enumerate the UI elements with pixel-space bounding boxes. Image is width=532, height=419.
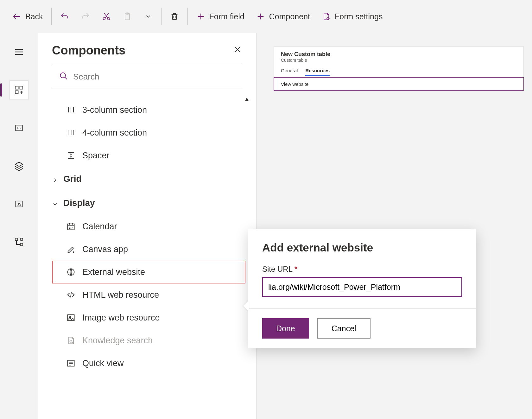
svg-point-0 <box>103 18 105 20</box>
item-label: HTML web resource <box>82 290 159 300</box>
search-input[interactable] <box>73 72 235 82</box>
undo-button[interactable] <box>54 7 75 26</box>
add-external-website-dialog: Add external website Site URL * Done Can… <box>248 229 476 348</box>
canvas-app-icon <box>66 244 76 254</box>
item-label: Knowledge search <box>82 336 153 346</box>
rail-components[interactable] <box>10 80 28 99</box>
tab-resources[interactable]: Resources <box>305 68 330 76</box>
undo-icon <box>60 12 69 21</box>
knowledge-search-icon <box>66 335 76 346</box>
svg-rect-7 <box>15 91 18 94</box>
done-button[interactable]: Done <box>262 318 309 339</box>
component-label: Component <box>269 12 310 21</box>
separator <box>161 8 162 25</box>
preview-field-view-website[interactable]: View website <box>274 77 524 91</box>
form-settings-button[interactable]: Form settings <box>316 7 388 26</box>
rail-layers[interactable] <box>10 156 28 175</box>
form-settings-label: Form settings <box>335 12 383 21</box>
back-label: Back <box>25 12 43 21</box>
redo-button[interactable] <box>75 7 96 26</box>
cut-icon <box>102 12 111 21</box>
item-quick-view[interactable]: Quick view <box>52 352 256 375</box>
chevron-down-icon <box>143 12 153 21</box>
delete-button[interactable] <box>164 7 185 26</box>
add-component-button[interactable]: Component <box>250 7 316 26</box>
group-display[interactable]: Display <box>52 191 256 215</box>
close-icon[interactable] <box>233 44 242 57</box>
site-url-label: Site URL * <box>262 265 462 274</box>
svg-rect-5 <box>15 86 18 89</box>
svg-point-14 <box>20 238 23 241</box>
calendar-icon <box>66 221 76 232</box>
label-text: Site URL <box>262 265 292 273</box>
group-grid[interactable]: Grid <box>52 167 256 191</box>
three-column-icon <box>66 105 76 115</box>
svg-rect-12 <box>15 238 18 241</box>
svg-point-15 <box>60 73 66 78</box>
svg-point-1 <box>107 18 110 20</box>
item-label: External website <box>82 267 145 277</box>
callout-beak <box>243 300 249 312</box>
delete-icon <box>170 12 179 21</box>
svg-text:Abc: Abc <box>16 126 22 130</box>
item-4-column-section[interactable]: 4-column section <box>52 121 256 144</box>
four-column-icon <box>66 128 76 138</box>
redo-icon <box>81 12 90 21</box>
item-calendar[interactable]: Calendar <box>52 215 256 238</box>
hamburger-button[interactable] <box>10 42 28 61</box>
add-form-field-button[interactable]: Form field <box>190 7 250 26</box>
item-label: Spacer <box>82 151 110 161</box>
chevron-right-icon <box>52 175 59 182</box>
top-toolbar: Back Form field <box>0 0 532 33</box>
item-external-website[interactable]: External website <box>52 261 245 283</box>
arrow-left-icon <box>12 12 22 21</box>
left-rail: Abc JS <box>0 33 38 419</box>
item-spacer[interactable]: Spacer <box>52 144 256 167</box>
paste-icon <box>123 12 132 21</box>
preview-subtitle: Custom table <box>281 58 516 63</box>
svg-rect-18 <box>68 315 74 321</box>
panel-title: Components <box>52 44 125 57</box>
search-icon <box>59 72 68 82</box>
component-tree[interactable]: ▴ 3-column section 4-column section Spac… <box>38 95 256 419</box>
search-box[interactable] <box>52 65 242 88</box>
code-icon <box>66 290 76 300</box>
item-canvas-app[interactable]: Canvas app <box>52 238 256 261</box>
svg-rect-6 <box>20 86 22 89</box>
item-3-column-section[interactable]: 3-column section <box>52 98 256 121</box>
item-label: Calendar <box>82 222 117 232</box>
item-html-web-resource[interactable]: HTML web resource <box>52 283 256 306</box>
site-url-input[interactable] <box>262 277 462 297</box>
cut-button[interactable] <box>96 7 117 26</box>
paste-chevron[interactable] <box>138 7 159 26</box>
svg-rect-13 <box>20 243 23 246</box>
scroll-up-arrow[interactable]: ▴ <box>245 95 249 103</box>
rail-tree[interactable] <box>10 232 28 251</box>
plus-icon <box>196 12 206 21</box>
separator <box>187 8 188 25</box>
plus-icon <box>256 12 265 21</box>
separator <box>51 8 52 25</box>
svg-text:JS: JS <box>17 202 22 206</box>
tab-general[interactable]: General <box>281 68 298 76</box>
form-field-label: Form field <box>209 12 244 21</box>
cancel-button[interactable]: Cancel <box>317 318 370 339</box>
back-button[interactable]: Back <box>6 7 49 26</box>
item-label: 4-column section <box>82 128 147 138</box>
spacer-icon <box>66 150 76 161</box>
globe-icon <box>66 267 76 277</box>
item-knowledge-search[interactable]: Knowledge search <box>52 329 256 352</box>
item-label: Canvas app <box>82 244 128 254</box>
group-label: Grid <box>63 174 82 184</box>
rail-js[interactable]: JS <box>10 194 28 213</box>
components-panel: Components ▴ 3-column section 4-column s… <box>38 33 256 419</box>
form-preview[interactable]: New Custom table Custom table General Re… <box>274 46 524 91</box>
group-label: Display <box>63 198 95 208</box>
paste-button[interactable] <box>117 7 138 26</box>
form-settings-icon <box>321 12 331 21</box>
item-label: Image web resource <box>82 313 160 323</box>
item-image-web-resource[interactable]: Image web resource <box>52 306 256 329</box>
preview-title: New Custom table <box>281 51 516 58</box>
rail-abc[interactable]: Abc <box>10 118 28 137</box>
dialog-title: Add external website <box>262 241 462 254</box>
